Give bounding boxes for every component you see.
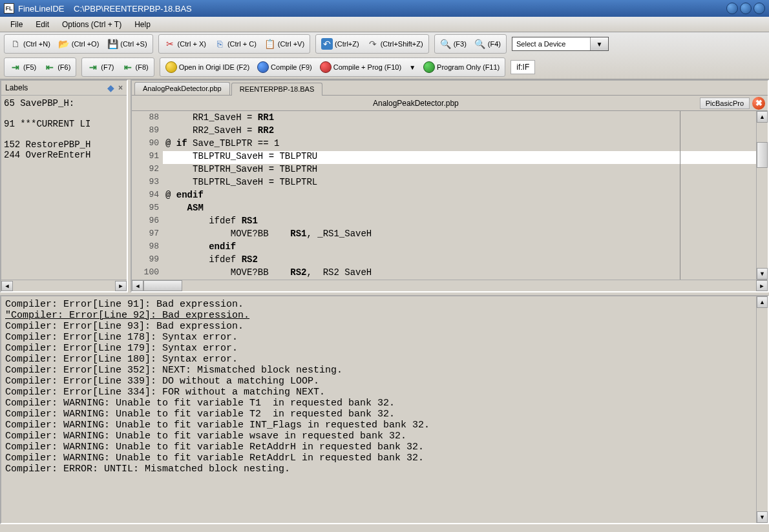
- compile-prog-button[interactable]: Compile + Prog (F10): [316, 59, 405, 75]
- document-close-icon[interactable]: ✖: [752, 97, 765, 110]
- step-f8-button[interactable]: ⇤(F8): [118, 59, 153, 75]
- menu-options[interactable]: Options (Ctrl + T): [56, 18, 128, 31]
- scroll-down-icon[interactable]: ▼: [757, 268, 768, 280]
- menu-help[interactable]: Help: [128, 18, 157, 31]
- red-play-icon: [320, 61, 332, 73]
- scroll-left-icon[interactable]: ◄: [132, 280, 143, 291]
- new-file-icon: 🗋: [10, 38, 21, 50]
- redo-button[interactable]: ↷(Ctrl+Shift+Z): [363, 36, 427, 52]
- find-next-button[interactable]: 🔍(F4): [470, 36, 505, 52]
- editor-tabs: AnalogPeakDetector.pbp REENTERPBP-18.BAS: [132, 81, 768, 95]
- close-button[interactable]: [753, 3, 765, 14]
- minimize-button[interactable]: [726, 3, 738, 14]
- search-next-icon: 🔍: [474, 38, 486, 50]
- cut-icon: ✂: [164, 38, 176, 50]
- output-panel: Compiler: Error[Line 91]: Bad expression…: [0, 295, 769, 524]
- copy-button[interactable]: ⎘(Ctrl + C): [210, 36, 260, 52]
- step-icon: ⇥: [10, 61, 21, 73]
- labels-list[interactable]: 65 SavePBP_H: 91 ***CURRENT LI 152 Resto…: [1, 96, 127, 280]
- new-button[interactable]: 🗋(Ctrl +N): [6, 36, 54, 52]
- ruler: [680, 111, 680, 280]
- blue-play-icon: [257, 61, 269, 73]
- document-title: AnalogPeakDetector.pbp: [132, 99, 700, 108]
- if-indicator: if:IF: [511, 60, 535, 74]
- editor-hscroll[interactable]: ◄ ►: [132, 280, 768, 291]
- save-button[interactable]: 💾(Ctrl +S): [103, 36, 151, 52]
- scroll-thumb[interactable]: [757, 142, 768, 168]
- green-play-icon: [423, 61, 435, 73]
- compile-button[interactable]: Compile (F9): [253, 59, 316, 75]
- maximize-button[interactable]: [740, 3, 752, 14]
- app-icon: FL: [4, 3, 14, 14]
- toolbars: 🗋(Ctrl +N) 📂(Ctrl +O) 💾(Ctrl +S) ✂(Ctrl …: [0, 32, 769, 79]
- sidebar-title: Labels: [5, 83, 107, 92]
- undo-icon: ↶: [321, 38, 333, 50]
- search-icon: 🔍: [440, 38, 452, 50]
- redo-icon: ↷: [367, 38, 379, 50]
- save-icon: 💾: [107, 38, 118, 50]
- undo-button[interactable]: ↶(Ctrl+Z): [317, 36, 363, 52]
- device-dropdown-icon[interactable]: ▼: [590, 37, 608, 50]
- program-only-button[interactable]: Program Only (F11): [419, 59, 503, 75]
- step-icon: ⇤: [44, 61, 56, 73]
- language-badge: PicBasicPro: [700, 97, 750, 109]
- step-icon: ⇥: [87, 61, 99, 73]
- editor: AnalogPeakDetector.pbp REENTERPBP-18.BAS…: [131, 79, 769, 292]
- workspace: Labels ◆ × 65 SavePBP_H: 91 ***CURRENT L…: [0, 79, 769, 292]
- scroll-right-icon[interactable]: ►: [115, 281, 127, 291]
- window-title: FineLineIDE C:\PBP\REENTERPBP-18.BAS: [18, 4, 726, 14]
- code-body[interactable]: RR1_SaveH = RR1 RR2_SaveH = RR2@ if Save…: [163, 111, 756, 280]
- dropdown-icon[interactable]: ▼: [405, 64, 419, 71]
- yellow-circle-icon: [165, 61, 177, 73]
- paste-button[interactable]: 📋(Ctrl +V): [260, 36, 308, 52]
- menu-edit[interactable]: Edit: [29, 18, 56, 31]
- editor-vscroll[interactable]: ▲ ▼: [756, 111, 768, 280]
- scroll-up-icon[interactable]: ▲: [757, 111, 768, 123]
- line-gutter: 888990919293949596979899100: [132, 111, 163, 280]
- open-button[interactable]: 📂(Ctrl +O): [54, 36, 103, 52]
- menubar: File Edit Options (Ctrl + T) Help: [0, 17, 769, 32]
- step-f7-button[interactable]: ⇥(F7): [83, 59, 118, 75]
- output-vscroll[interactable]: ▲ ▼: [756, 296, 768, 523]
- step-f5-button[interactable]: ⇥(F5): [6, 59, 40, 75]
- find-button[interactable]: 🔍(F3): [436, 36, 470, 52]
- sidebar-close-icon[interactable]: ×: [118, 83, 123, 92]
- scroll-up-icon[interactable]: ▲: [757, 296, 768, 308]
- device-input[interactable]: [512, 39, 590, 49]
- code-area[interactable]: 888990919293949596979899100 RR1_SaveH = …: [132, 110, 768, 280]
- scroll-left-icon[interactable]: ◄: [1, 281, 13, 291]
- copy-icon: ⎘: [214, 38, 226, 50]
- menu-file[interactable]: File: [4, 18, 29, 31]
- sidebar-hscroll[interactable]: ◄ ►: [1, 280, 127, 291]
- sidebar-dropdown-icon[interactable]: ◆: [107, 83, 114, 93]
- device-select[interactable]: ▼: [512, 37, 609, 51]
- step-f6-button[interactable]: ⇤(F6): [40, 59, 74, 75]
- scroll-down-icon[interactable]: ▼: [757, 511, 768, 523]
- scroll-right-icon[interactable]: ►: [756, 280, 768, 291]
- tab-analogpeak[interactable]: AnalogPeakDetector.pbp: [134, 82, 230, 95]
- compiler-output[interactable]: Compiler: Error[Line 91]: Bad expression…: [1, 296, 756, 523]
- document-header: AnalogPeakDetector.pbp PicBasicPro ✖: [132, 95, 768, 110]
- titlebar: FL FineLineIDE C:\PBP\REENTERPBP-18.BAS: [0, 0, 769, 17]
- cut-button[interactable]: ✂(Ctrl + X): [160, 36, 210, 52]
- sidebar: Labels ◆ × 65 SavePBP_H: 91 ***CURRENT L…: [0, 79, 128, 292]
- paste-icon: 📋: [264, 38, 276, 50]
- open-origi-button[interactable]: Open in Origi IDE (F2): [162, 59, 253, 75]
- open-folder-icon: 📂: [58, 38, 70, 50]
- step-icon: ⇤: [122, 61, 134, 73]
- tab-reenterpbp[interactable]: REENTERPBP-18.BAS: [231, 83, 323, 96]
- scroll-thumb[interactable]: [143, 280, 182, 291]
